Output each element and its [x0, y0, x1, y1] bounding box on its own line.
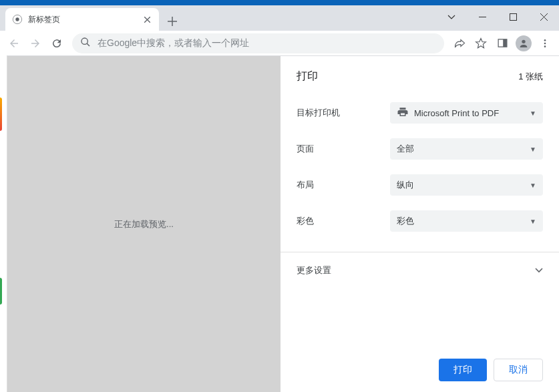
share-icon[interactable] [449, 33, 470, 53]
printer-icon [397, 106, 409, 120]
omnibox[interactable]: 在Google中搜索，或者输入一个网址 [72, 33, 444, 53]
window-maximize-button[interactable] [498, 7, 528, 27]
color-dropdown[interactable]: 彩色 ▼ [390, 210, 543, 232]
back-button[interactable] [4, 33, 24, 53]
layout-dropdown[interactable]: 纵向 ▼ [390, 174, 543, 196]
chevron-down-icon: ▼ [530, 218, 536, 225]
chevron-down-icon: ▼ [530, 182, 536, 189]
toolbar: 在Google中搜索，或者输入一个网址 [0, 31, 559, 56]
reload-button[interactable] [47, 33, 67, 53]
svg-point-17 [544, 45, 546, 47]
print-dialog-title: 打印 [297, 69, 318, 83]
window-close-button[interactable] [528, 7, 559, 27]
svg-line-11 [87, 43, 89, 46]
chevron-down-icon [535, 266, 543, 276]
preview-loading-text: 正在加载预览... [114, 218, 174, 230]
destination-label: 目标打印机 [297, 107, 390, 119]
print-button[interactable]: 打印 [439, 359, 487, 381]
omnibox-placeholder: 在Google中搜索，或者输入一个网址 [98, 37, 436, 49]
cancel-button[interactable]: 取消 [494, 359, 543, 381]
chevron-down-icon: ▼ [530, 146, 536, 153]
pages-value: 全部 [397, 143, 524, 155]
destination-value: Microsoft Print to PDF [414, 108, 524, 118]
color-label: 彩色 [297, 215, 390, 227]
destination-dropdown[interactable]: Microsoft Print to PDF ▼ [390, 102, 543, 124]
color-value: 彩色 [397, 215, 524, 227]
print-preview-pane: 正在加载预览... [7, 56, 281, 392]
svg-point-16 [544, 42, 546, 44]
chrome-favicon-icon [12, 14, 23, 25]
layout-value: 纵向 [397, 179, 524, 191]
tab-close-button[interactable] [142, 14, 152, 25]
svg-point-14 [522, 39, 525, 43]
sheet-count: 1 张纸 [518, 71, 543, 83]
svg-point-15 [544, 39, 546, 41]
layout-label: 布局 [297, 179, 390, 191]
tab-title: 新标签页 [28, 14, 136, 25]
more-settings-label: 更多设置 [297, 264, 331, 276]
chevron-down-icon: ▼ [530, 110, 536, 117]
print-settings-pane: 打印 1 张纸 目标打印机 Microsoft Print to PDF ▼ 页… [281, 56, 559, 392]
pages-label: 页面 [297, 143, 390, 155]
menu-icon[interactable] [535, 33, 555, 53]
browser-tab[interactable]: 新标签页 [5, 8, 159, 31]
pages-dropdown[interactable]: 全部 ▼ [390, 138, 543, 160]
profile-avatar[interactable] [514, 33, 534, 53]
background-edge [0, 31, 7, 392]
forward-button[interactable] [25, 33, 45, 53]
window-caret-icon[interactable] [436, 7, 467, 27]
svg-point-10 [81, 38, 87, 44]
bookmark-icon[interactable] [471, 33, 491, 53]
window-minimize-button[interactable] [467, 7, 498, 27]
side-panel-icon[interactable] [492, 33, 512, 53]
new-tab-button[interactable] [163, 12, 182, 31]
more-settings-toggle[interactable]: 更多设置 [297, 252, 543, 288]
svg-rect-13 [503, 39, 507, 47]
search-icon [80, 37, 91, 50]
svg-rect-1 [510, 13, 516, 20]
svg-point-5 [15, 17, 19, 21]
